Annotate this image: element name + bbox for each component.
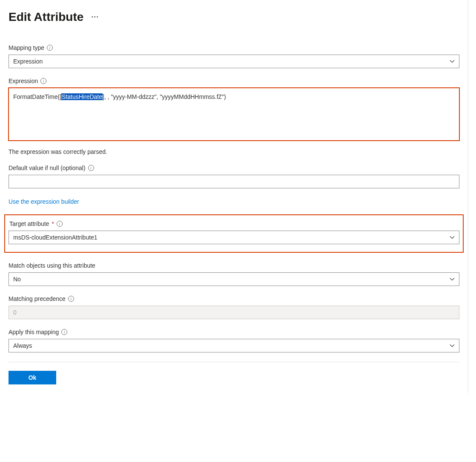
match-objects-group: Match objects using this attribute No [9,262,459,286]
apply-mapping-group: Apply this mapping Always [9,329,459,352]
expression-text-highlight: StatusHireDate [61,93,103,100]
default-value-label: Default value if null (optional) [9,165,459,171]
default-value-label-text: Default value if null (optional) [9,165,86,171]
mapping-type-label: Mapping type [9,44,459,51]
chevron-down-icon [450,235,455,240]
page-title-text: Edit Attribute [9,10,83,24]
matching-precedence-label-text: Matching precedence [9,295,66,302]
mapping-type-dropdown[interactable]: Expression [9,55,459,68]
chevron-down-icon [450,59,455,64]
info-icon[interactable] [57,221,63,227]
target-attribute-dropdown[interactable]: msDS-cloudExtensionAttribute1 [9,231,459,244]
default-value-input[interactable] [9,175,459,188]
chevron-down-icon [450,343,455,348]
default-value-group: Default value if null (optional) [9,165,459,188]
match-objects-label-text: Match objects using this attribute [9,262,95,269]
matching-precedence-input: 0 [9,306,459,319]
required-star: * [52,220,54,227]
info-icon[interactable] [47,45,53,51]
matching-precedence-group: Matching precedence 0 [9,295,459,319]
apply-mapping-dropdown[interactable]: Always [9,339,459,352]
match-objects-value: No [13,276,21,283]
footer: Ok [9,362,459,384]
expression-label-text: Expression [9,78,38,84]
more-actions-icon[interactable]: ··· [91,13,99,21]
expression-group: Expression FormatDateTime([StatusHireDat… [9,78,459,141]
info-icon[interactable] [68,296,74,302]
mapping-type-group: Mapping type Expression [9,44,459,68]
apply-mapping-label: Apply this mapping [9,329,459,335]
mapping-type-label-text: Mapping type [9,44,44,51]
match-objects-label: Match objects using this attribute [9,262,459,269]
page-title: Edit Attribute ··· [9,10,459,24]
target-attribute-label-text: Target attribute [9,220,49,227]
apply-mapping-value: Always [13,342,32,349]
info-icon[interactable] [88,165,94,171]
match-objects-dropdown[interactable]: No [9,272,459,286]
target-attribute-label: Target attribute * [9,220,459,227]
matching-precedence-label: Matching precedence [9,295,459,302]
mapping-type-value: Expression [13,58,43,65]
expression-builder-link[interactable]: Use the expression builder [9,198,79,205]
info-icon[interactable] [40,78,46,84]
apply-mapping-label-text: Apply this mapping [9,329,59,335]
chevron-down-icon [450,277,455,282]
expression-text-prefix: FormatDateTime([ [13,93,61,100]
expression-label: Expression [9,78,459,84]
matching-precedence-value: 0 [13,309,17,316]
info-icon[interactable] [61,329,67,335]
target-attribute-highlight: Target attribute * msDS-cloudExtensionAt… [4,214,464,253]
ok-button[interactable]: Ok [9,371,56,384]
target-attribute-value: msDS-cloudExtensionAttribute1 [13,234,97,241]
expression-input[interactable]: FormatDateTime([StatusHireDate], , "yyyy… [9,88,459,141]
expression-parse-status: The expression was correctly parsed. [9,148,459,155]
expression-text-suffix: ], , "yyyy-MM-ddzzz", "yyyyMMddHHmmss.fZ… [103,93,226,100]
